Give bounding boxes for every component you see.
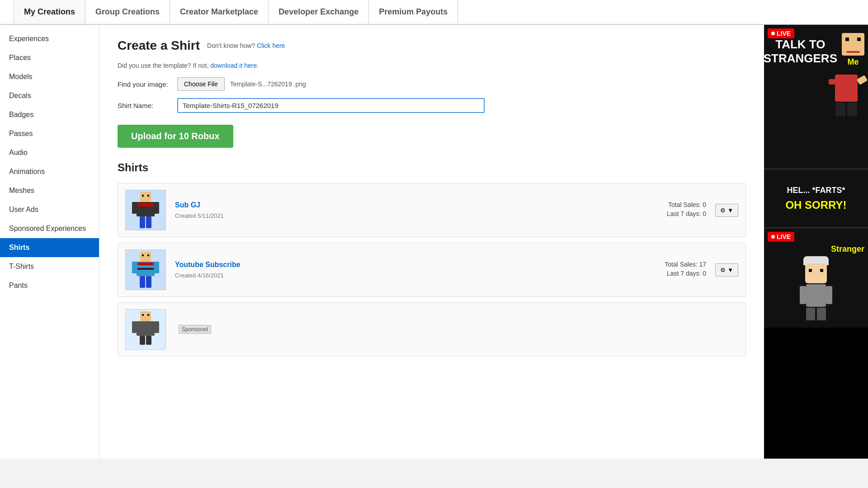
svg-rect-25 [142,314,144,316]
shirt-actions-sub-gj: ⚙ ▼ [715,204,738,217]
gear-icon-2: ⚙ [720,267,726,273]
live-dot-1 [771,32,775,35]
ad1-char-body [768,75,864,116]
ad1-live-label: LIVE [777,30,791,37]
shirt-info-sponsored: Sponsored [175,325,738,334]
sidebar-item-badges[interactable]: Badges [0,105,99,124]
sidebar-item-models[interactable]: Models [0,67,99,86]
shirt-action-gear-youtube[interactable]: ⚙ ▼ [715,263,738,277]
ad-block-farts[interactable]: HEL... *FARTS* OH SORRY! [764,169,868,228]
shirt-item-sub-gj: Sub GJ Created 5/11/2021 Total Sales: 0 … [118,183,746,237]
tab-my-creations[interactable]: My Creations [14,0,85,24]
click-here-link[interactable]: Click here [257,42,285,49]
tab-developer-exchange[interactable]: Developer Exchange [269,0,369,24]
ad1-live-badge: LIVE [768,28,794,38]
shirt-name-label: Shirt Name: [118,102,172,109]
shirt-created-youtube-subscribe: Created 4/16/2021 [175,272,224,279]
svg-rect-13 [132,262,137,273]
sponsored-badge: Sponsored [179,325,211,334]
svg-rect-20 [137,321,155,336]
tab-creator-marketplace[interactable]: Creator Marketplace [170,0,269,24]
shirt-stats-youtube-subscribe: Total Sales: 17 Last 7 days: 0 [616,261,706,279]
svg-rect-22 [154,321,159,333]
shirt-figure-svg [127,191,164,230]
svg-rect-14 [154,262,159,273]
shirt-figure-svg-2 [127,251,164,289]
svg-rect-18 [147,254,149,256]
template-notice: Did you use the template? If not, downlo… [118,62,746,69]
svg-rect-17 [142,254,144,256]
ad3-char-figure [803,256,829,320]
svg-rect-7 [142,195,144,197]
sidebar-item-t-shirts[interactable]: T-Shirts [0,257,99,276]
ad-block-stranger[interactable]: LIVE Stranger [764,228,868,328]
ad3-char-label: Stranger [831,244,864,254]
sidebar-item-pants[interactable]: Pants [0,276,99,295]
ad2-line1: HEL... *FARTS* [787,186,845,195]
shirt-created-sub-gj: Created 5/11/2021 [175,212,224,219]
svg-rect-9 [140,252,151,262]
shirt-info-sub-gj: Sub GJ Created 5/11/2021 [175,201,607,219]
find-image-label: Find your image: [118,80,172,88]
create-shirt-header: Create a Shirt Don't know how? Click her… [118,38,746,53]
svg-rect-2 [137,203,155,206]
svg-rect-4 [154,202,159,214]
svg-rect-19 [140,311,151,321]
ad1-title: TALK TOSTRANGERS [764,33,842,70]
ad-block-talk-to-strangers[interactable]: LIVE TALK TOSTRANGERS Me [764,25,868,169]
svg-rect-0 [140,192,151,202]
total-sales-sub-gj: Total Sales: 0 [616,201,706,208]
last7-youtube-subscribe: Last 7 days: 0 [616,270,706,277]
shirt-item-sponsored: Sponsored [118,302,746,357]
tab-premium-payouts[interactable]: Premium Payouts [369,0,458,24]
sidebar-item-animations[interactable]: Animations [0,162,99,181]
sidebar-item-decals[interactable]: Decals [0,86,99,105]
sidebar-item-passes[interactable]: Passes [0,124,99,143]
top-navigation: My Creations Group Creations Creator Mar… [0,0,868,25]
live-dot-3 [771,235,775,239]
sidebar-item-sponsored-experiences[interactable]: Sponsored Experiences [0,219,99,238]
shirt-thumbnail-sub-gj [125,190,166,230]
ad3-live-badge: LIVE [768,232,794,242]
sidebar-item-user-ads[interactable]: User Ads [0,200,99,219]
svg-rect-6 [146,216,151,228]
sidebar-item-places[interactable]: Places [0,48,99,67]
shirt-name-link-youtube-subscribe[interactable]: Youtube Subscribe [175,261,607,269]
svg-rect-8 [147,195,149,197]
svg-rect-15 [140,276,145,288]
svg-rect-16 [146,276,151,288]
svg-rect-11 [137,263,155,265]
last7-sub-gj: Last 7 days: 0 [616,210,706,217]
svg-rect-24 [146,336,151,345]
shirts-section-title: Shirts [118,161,746,174]
svg-rect-23 [140,336,145,345]
download-template-link[interactable]: download it here. [210,62,259,69]
main-layout: Experiences Places Models Decals Badges … [0,25,868,459]
ad2-line2: OH SORRY! [785,199,846,211]
shirt-name-input[interactable] [177,98,485,113]
sidebar-item-meshes[interactable]: Meshes [0,181,99,200]
shirt-info-youtube-subscribe: Youtube Subscribe Created 4/16/2021 [175,261,607,279]
dropdown-arrow-icon: ▼ [727,207,733,214]
sidebar-item-shirts[interactable]: Shirts [0,238,99,257]
choose-file-button[interactable]: Choose File [177,77,225,91]
shirt-name-row: Shirt Name: [118,98,746,113]
svg-rect-21 [132,321,137,333]
sidebar-item-audio[interactable]: Audio [0,143,99,162]
shirt-action-gear-sub-gj[interactable]: ⚙ ▼ [715,204,738,217]
svg-rect-12 [137,268,155,270]
shirt-stats-sub-gj: Total Sales: 0 Last 7 days: 0 [616,201,706,219]
file-name-display: Template-S...7262019 .png [230,80,306,88]
upload-button[interactable]: Upload for 10 Robux [118,125,233,148]
ad1-char-label: Me [842,31,864,67]
shirt-figure-svg-3 [127,310,164,349]
page-title: Create a Shirt [118,38,200,53]
shirt-name-link-sub-gj[interactable]: Sub GJ [175,201,607,209]
gear-icon: ⚙ [720,207,726,214]
tab-group-creations[interactable]: Group Creations [85,0,170,24]
svg-rect-5 [140,216,145,228]
sidebar-item-experiences[interactable]: Experiences [0,29,99,48]
dropdown-arrow-icon-2: ▼ [727,267,733,273]
main-content: Create a Shirt Don't know how? Click her… [99,25,764,459]
shirt-thumbnail-sponsored [125,309,166,350]
